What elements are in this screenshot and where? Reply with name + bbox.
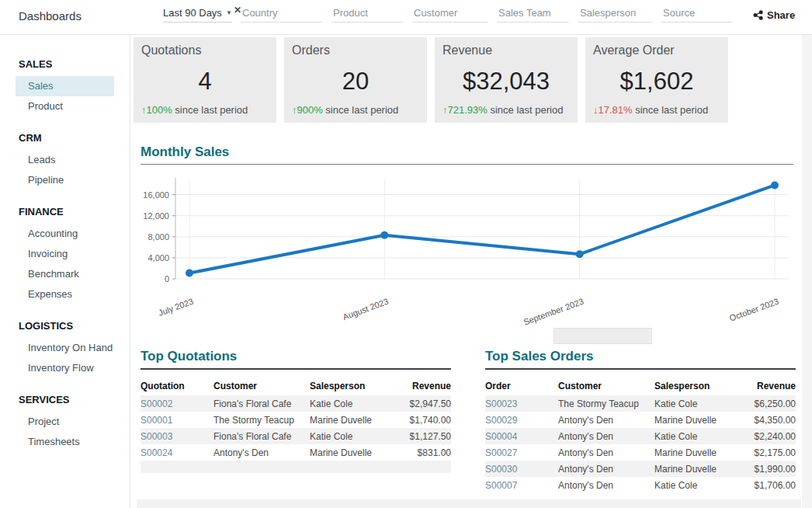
sidebar: SALESSalesProductCRMLeadsPipelineFINANCE…	[0, 35, 130, 508]
kpi-value: 4	[141, 69, 269, 93]
top-quotations-table: QuotationCustomerSalespersonRevenue S000…	[141, 377, 451, 473]
data-point[interactable]	[576, 250, 584, 258]
column-header[interactable]: Quotation	[141, 377, 213, 395]
table-row: S00004Antony's DenKatie Cole$2,240.00	[485, 428, 796, 444]
sidebar-item-invoicing[interactable]: Invoicing	[16, 244, 114, 264]
top-sales-orders-title: Top Sales Orders	[485, 349, 796, 370]
table-cell: Marine Duvelle	[654, 444, 741, 461]
sidebar-section: CRMLeadsPipeline	[0, 132, 130, 190]
table-cell: Marine Duvelle	[654, 461, 741, 477]
kpi-card-quotations: Quotations4↑100% since last period	[134, 37, 276, 123]
app-title: Dashboards	[19, 9, 82, 23]
column-header[interactable]: Salesperson	[654, 377, 741, 395]
sidebar-item-benchmark[interactable]: Benchmark	[16, 264, 114, 284]
table-row: S00030Antony's DenMarine Duvelle$1,990.0…	[485, 461, 796, 477]
kpi-card-row: Quotations4↑100% since last periodOrders…	[134, 37, 728, 123]
share-button[interactable]: Share	[753, 9, 795, 21]
table-cell: $2,240.00	[741, 428, 796, 444]
column-header[interactable]: Order	[485, 377, 558, 395]
sidebar-item-product[interactable]: Product	[16, 96, 114, 117]
y-axis-tick: 8,000	[147, 232, 169, 242]
record-link[interactable]: S00023	[485, 395, 558, 412]
filter-input-salesperson[interactable]	[578, 7, 652, 23]
kpi-delta-percent: 17.81%	[599, 104, 633, 116]
record-link[interactable]: S00007	[485, 477, 558, 493]
column-header[interactable]: Revenue	[741, 377, 796, 395]
sidebar-item-project[interactable]: Project	[16, 412, 114, 432]
table-cell: Marine Duvelle	[654, 412, 741, 428]
kpi-delta-percent: 721.93%	[448, 104, 488, 116]
record-link[interactable]: S00030	[485, 461, 558, 477]
table-empty-row	[141, 461, 451, 473]
kpi-card-orders: Orders20↑900% since last period	[284, 37, 427, 123]
kpi-delta-percent: 100%	[147, 104, 172, 116]
sidebar-item-accounting[interactable]: Accounting	[16, 224, 114, 244]
table-cell: $2,175.00	[741, 444, 796, 461]
filter-input-customer[interactable]	[412, 7, 488, 23]
column-header[interactable]: Salesperson	[310, 377, 397, 395]
kpi-delta: ↓17.81% since last period	[593, 104, 720, 116]
dashboard-page: Dashboards Last 90 Days ▼ ✕ Share SALESS…	[0, 0, 812, 508]
top-sales-orders-table: OrderCustomerSalespersonRevenue S00023Th…	[485, 377, 796, 493]
filter-input-product[interactable]	[331, 7, 403, 23]
date-range-filter[interactable]: Last 90 Days ▼	[163, 7, 232, 23]
filter-inputs	[241, 7, 733, 23]
record-link[interactable]: S00004	[485, 428, 558, 444]
table-cell: Marine Duvelle	[310, 444, 397, 461]
table-row: S00023The Stormy TeacupKatie Cole$6,250.…	[485, 395, 796, 412]
y-axis-tick: 16,000	[143, 190, 169, 200]
table-cell: Antony's Den	[558, 477, 654, 493]
sidebar-section: SALESSalesProduct	[0, 58, 130, 117]
sidebar-item-inventory-flow[interactable]: Inventory Flow	[16, 358, 114, 378]
data-point[interactable]	[771, 181, 779, 189]
chevron-down-icon[interactable]: ▼	[226, 9, 232, 16]
sales-line-series	[189, 185, 775, 273]
record-link[interactable]: S00024	[141, 444, 213, 461]
column-header[interactable]: Revenue	[397, 377, 451, 395]
sidebar-section-title: SALES	[0, 58, 130, 76]
data-point[interactable]	[186, 270, 193, 277]
table-row: S00007Antony's DenKatie Cole$1,706.00	[485, 477, 796, 493]
record-link[interactable]: S00027	[485, 444, 558, 461]
record-link[interactable]: S00001	[141, 412, 213, 428]
sidebar-section-title: CRM	[0, 132, 130, 150]
table-cell: Katie Cole	[310, 395, 397, 412]
table-row: S00003Fiona's Floral CafeKatie Cole$1,12…	[141, 428, 451, 444]
sidebar-item-pipeline[interactable]: Pipeline	[16, 170, 114, 190]
column-header[interactable]: Customer	[213, 377, 310, 395]
data-point[interactable]	[380, 231, 388, 239]
table-cell: $1,740.00	[397, 412, 451, 428]
x-axis-tick: October 2023	[728, 297, 780, 323]
kpi-delta-suffix: since last period	[633, 104, 709, 116]
horizontal-scrollbar[interactable]	[553, 328, 652, 344]
table-row: S00001The Stormy TeacupMarine Duvelle$1,…	[141, 412, 451, 428]
sidebar-item-leads[interactable]: Leads	[16, 150, 114, 170]
record-link[interactable]: S00002	[141, 395, 213, 412]
table-cell: Antony's Den	[213, 444, 310, 461]
sidebar-item-sales[interactable]: Sales	[16, 76, 114, 96]
filter-input-country[interactable]	[241, 7, 322, 23]
y-axis-tick: 12,000	[143, 211, 169, 221]
record-link[interactable]: S00003	[141, 428, 213, 444]
kpi-delta: ↑721.93% since last period	[442, 104, 570, 116]
date-range-value[interactable]: Last 90 Days	[163, 7, 222, 19]
filter-input-sales-team[interactable]	[497, 7, 569, 23]
column-header[interactable]: Customer	[558, 377, 654, 395]
record-link[interactable]: S00029	[485, 412, 558, 428]
y-axis-tick: 4,000	[147, 253, 169, 263]
kpi-value: $1,602	[593, 69, 720, 93]
table-cell: The Stormy Teacup	[558, 395, 654, 412]
table-cell: The Stormy Teacup	[213, 412, 310, 428]
sidebar-item-inventory-on-hand[interactable]: Inventory On Hand	[16, 338, 114, 358]
filter-input-source[interactable]	[661, 7, 733, 23]
share-label: Share	[767, 9, 795, 21]
x-axis-tick: August 2023	[342, 297, 390, 322]
sidebar-item-timesheets[interactable]: Timesheets	[16, 432, 114, 452]
top-bar: Dashboards Last 90 Days ▼ ✕ Share	[0, 0, 812, 35]
table-cell: Fiona's Floral Cafe	[213, 428, 310, 444]
sidebar-section: LOGISTICSInventory On HandInventory Flow	[0, 320, 130, 378]
kpi-title: Average Order	[593, 43, 720, 57]
sidebar-item-expenses[interactable]: Expenses	[16, 284, 114, 304]
table-row: S00002Fiona's Floral CafeKatie Cole$2,94…	[141, 395, 451, 412]
vertical-scrollbar-track[interactable]	[802, 35, 812, 508]
